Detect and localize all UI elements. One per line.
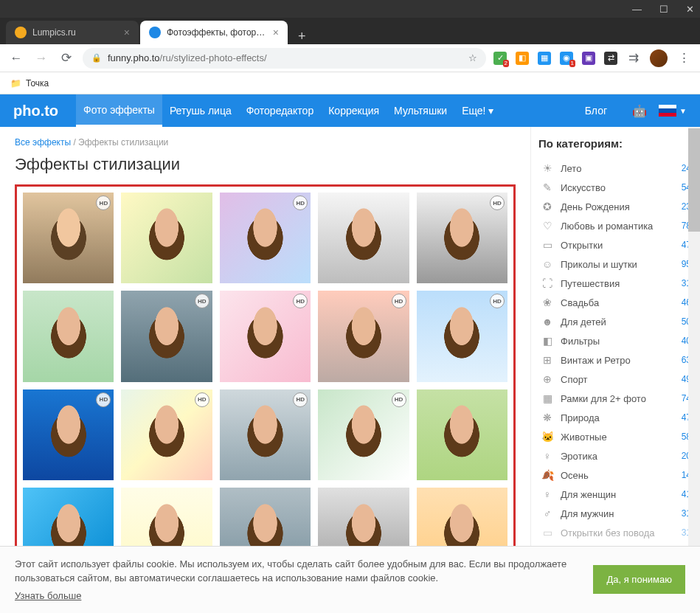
category-name: Фильтры <box>561 336 682 347</box>
menu-icon[interactable]: ⋮ <box>675 50 693 66</box>
nav-cartoons[interactable]: Мультяшки <box>387 94 454 127</box>
profile-avatar[interactable] <box>650 49 668 67</box>
category-item[interactable]: ▦Рамки для 2+ фото74 <box>538 389 693 408</box>
category-item[interactable]: ♀Для женщин41 <box>538 485 693 504</box>
effect-thumb-2[interactable]: HD <box>220 193 311 283</box>
minimize-button[interactable]: — <box>632 4 642 15</box>
effect-thumb-10[interactable]: HD <box>23 389 114 480</box>
breadcrumb-all-effects[interactable]: Все эффекты <box>15 137 71 148</box>
browser-tab-photo[interactable]: Фотоэффекты, фоторамки и фи × <box>140 21 288 44</box>
nav-photo-effects[interactable]: Фото эффекты <box>76 94 162 127</box>
category-name: Для мужчин <box>561 508 682 519</box>
extension-icon-2[interactable]: ▦ <box>538 52 551 65</box>
nav-more[interactable]: Еще! ▾ <box>454 94 501 127</box>
chevron-down-icon[interactable]: ▼ <box>679 107 687 115</box>
category-item[interactable]: ◧Фильтры40 <box>538 331 693 350</box>
effect-thumb-8[interactable]: HD <box>318 291 409 381</box>
category-name: Для женщин <box>561 489 682 500</box>
reload-button[interactable]: ⟳ <box>58 50 75 66</box>
nav-blog[interactable]: Блог <box>578 94 614 127</box>
effect-thumb-13[interactable]: HD <box>318 389 409 480</box>
effect-thumb-1[interactable] <box>121 193 212 283</box>
extension-icon-4[interactable]: ▣ <box>582 52 595 65</box>
close-button[interactable]: ✕ <box>686 4 694 15</box>
effect-thumb-6[interactable]: HD <box>121 291 212 381</box>
category-item[interactable]: ☀Лето24 <box>538 159 693 178</box>
category-item[interactable]: ▭Открытки47 <box>538 235 693 254</box>
bookmark-item[interactable]: Точка <box>26 78 49 89</box>
category-name: Приколы и шутки <box>561 259 682 270</box>
category-icon: ⊞ <box>540 354 555 366</box>
browser-tab-lumpics[interactable]: Lumpics.ru × <box>6 21 139 44</box>
lock-icon: 🔒 <box>91 53 102 63</box>
new-tab-button[interactable]: + <box>289 29 315 44</box>
effect-thumb-16[interactable] <box>121 488 212 547</box>
category-item[interactable]: ❋Природа47 <box>538 408 693 427</box>
category-item[interactable]: 🍂Осень14 <box>538 465 693 485</box>
maximize-button[interactable]: ☐ <box>659 4 668 15</box>
cookie-text: Этот сайт использует файлы cookie. Мы ис… <box>15 558 566 584</box>
category-item[interactable]: ⊞Винтаж и Ретро63 <box>538 350 693 370</box>
category-icon: ▦ <box>540 392 555 404</box>
category-item[interactable]: ✎Искусство54 <box>538 178 693 197</box>
settings-icon[interactable]: ⇉ <box>625 50 642 66</box>
effect-thumb-4[interactable]: HD <box>417 193 507 283</box>
cookie-learn-more[interactable]: Узнать больше <box>15 589 81 603</box>
extension-icon-0[interactable]: ✓2 <box>493 52 507 65</box>
scroll-thumb[interactable] <box>688 128 700 232</box>
effect-thumb-18[interactable] <box>318 488 409 547</box>
category-name: Спорт <box>561 374 682 385</box>
category-item[interactable]: ✪День Рождения23 <box>538 197 693 216</box>
nav-editor[interactable]: Фоторедактор <box>239 94 322 127</box>
category-name: Любовь и романтика <box>561 221 682 232</box>
back-button[interactable]: ← <box>7 51 25 66</box>
category-name: Животные <box>561 432 682 443</box>
category-item[interactable]: ♀Эротика20 <box>538 446 693 465</box>
effect-thumb-7[interactable]: HD <box>220 291 311 381</box>
effect-thumb-9[interactable]: HD <box>417 291 507 381</box>
url-domain: funny.pho.to <box>108 52 160 63</box>
cookie-accept-button[interactable]: Да, я понимаю <box>593 565 685 594</box>
hd-badge: HD <box>490 195 505 210</box>
category-icon: 🐱 <box>540 431 555 443</box>
site-navbar: pho.to Фото эффекты Ретушь лица Фотореда… <box>0 94 700 127</box>
browser-tabbar: Lumpics.ru × Фотоэффекты, фоторамки и фи… <box>0 18 700 44</box>
category-item[interactable]: 🐱Животные58 <box>538 427 693 446</box>
nav-correction[interactable]: Коррекция <box>321 94 387 127</box>
forward-button[interactable]: → <box>32 51 50 66</box>
category-item[interactable]: ⛶Путешествия31 <box>538 274 693 293</box>
category-item[interactable]: ▭Открытки без повода31 <box>538 523 693 542</box>
effect-thumb-5[interactable] <box>23 291 114 381</box>
tab-close-icon[interactable]: × <box>124 27 130 38</box>
nav-retouch[interactable]: Ретушь лица <box>162 94 239 127</box>
tab-close-icon[interactable]: × <box>273 27 279 38</box>
category-item[interactable]: ☻Для детей50 <box>538 312 693 331</box>
category-item[interactable]: ⊕Спорт49 <box>538 370 693 389</box>
effect-thumb-11[interactable]: HD <box>121 389 212 480</box>
extension-icon-1[interactable]: ◧ <box>516 52 529 65</box>
android-icon[interactable]: 🤖 <box>626 104 653 118</box>
effect-thumb-3[interactable] <box>318 193 409 283</box>
category-icon: ◧ <box>540 335 555 347</box>
category-item[interactable]: ☺Приколы и шутки95 <box>538 254 693 274</box>
url-path: /ru/stylized-photo-effects/ <box>160 52 267 63</box>
address-bar[interactable]: 🔒 funny.pho.to /ru/stylized-photo-effect… <box>83 48 486 69</box>
tab-favicon <box>149 27 161 38</box>
category-icon: ♀ <box>540 450 555 462</box>
category-item[interactable]: ♂Для мужчин31 <box>538 504 693 523</box>
bookmark-star-icon[interactable]: ☆ <box>468 52 477 63</box>
effect-thumb-19[interactable] <box>417 488 507 547</box>
category-item[interactable]: ❀Свадьба46 <box>538 293 693 312</box>
site-logo[interactable]: pho.to <box>13 103 58 120</box>
extension-icon-3[interactable]: ◉1 <box>560 52 573 65</box>
effect-thumb-0[interactable]: HD <box>23 193 114 283</box>
effect-thumb-15[interactable] <box>23 488 114 547</box>
hd-badge: HD <box>293 392 308 407</box>
category-item[interactable]: ♡Любовь и романтика78 <box>538 216 693 235</box>
extension-icon-5[interactable]: ⇄ <box>604 52 617 65</box>
effect-thumb-12[interactable]: HD <box>220 389 311 480</box>
effect-thumb-17[interactable] <box>220 488 311 547</box>
language-flag[interactable] <box>659 105 676 117</box>
effect-thumb-14[interactable] <box>417 389 507 480</box>
vertical-scrollbar[interactable] <box>688 127 700 547</box>
